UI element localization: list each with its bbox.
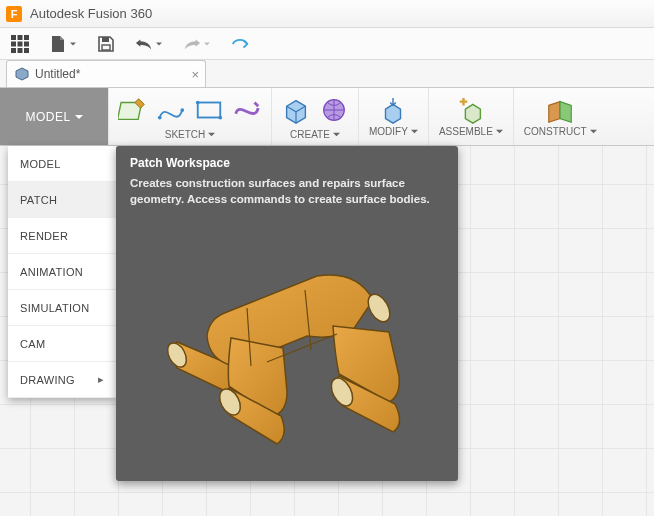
redo-icon[interactable] (182, 34, 202, 54)
caret-down-icon (75, 110, 83, 124)
app-logo-icon: F (6, 6, 22, 22)
document-tab-title: Untitled* (35, 67, 80, 81)
document-tab-strip: Untitled* × (0, 60, 654, 88)
box-icon[interactable] (280, 94, 312, 126)
file-menu-caret-icon[interactable] (70, 41, 78, 47)
ribbon-group-assemble[interactable]: ASSEMBLE (428, 88, 513, 145)
svg-rect-6 (11, 48, 16, 53)
workspace-item-cam[interactable]: CAM (8, 326, 116, 362)
tooltip-title: Patch Workspace (130, 156, 444, 170)
ribbon-toolbar: MODEL SKETCH (0, 88, 654, 146)
save-icon[interactable] (96, 34, 116, 54)
workspace-item-animation[interactable]: ANIMATION (8, 254, 116, 290)
svg-rect-9 (102, 37, 109, 42)
file-icon[interactable] (48, 34, 68, 54)
ribbon-group-sketch: SKETCH (108, 88, 271, 145)
ribbon-group-create: CREATE (271, 88, 358, 145)
title-bar: F Autodesk Fusion 360 (0, 0, 654, 28)
workspace-item-drawing[interactable]: DRAWING ▸ (8, 362, 116, 398)
rectangle-icon[interactable] (193, 94, 225, 126)
svg-rect-1 (18, 35, 23, 40)
workspace-label: MODEL (25, 110, 70, 124)
svg-rect-14 (198, 102, 221, 117)
extension-icon[interactable] (230, 34, 250, 54)
press-pull-icon (377, 95, 409, 127)
svg-rect-3 (11, 41, 16, 46)
ribbon-label-create[interactable]: CREATE (290, 128, 340, 142)
svg-rect-4 (18, 41, 23, 46)
workspace-tooltip: Patch Workspace Creates construction sur… (116, 146, 458, 481)
document-cube-icon (15, 67, 29, 81)
svg-rect-2 (24, 35, 29, 40)
sculpt-body-icon[interactable] (318, 94, 350, 126)
document-tab[interactable]: Untitled* × (6, 60, 206, 87)
undo-caret-icon[interactable] (156, 41, 164, 47)
svg-point-12 (158, 115, 162, 119)
spline-icon[interactable] (155, 94, 187, 126)
undo-icon[interactable] (134, 34, 154, 54)
svg-point-16 (218, 115, 222, 119)
workspace-item-render[interactable]: RENDER (8, 218, 116, 254)
workspace-item-simulation[interactable]: SIMULATION (8, 290, 116, 326)
redo-caret-icon[interactable] (204, 41, 212, 47)
svg-rect-8 (24, 48, 29, 53)
grid-icon[interactable] (10, 34, 30, 54)
workspace-item-model[interactable]: MODEL (8, 146, 116, 182)
ribbon-label-sketch[interactable]: SKETCH (165, 128, 216, 142)
ribbon-group-construct[interactable]: CONSTRUCT (513, 88, 607, 145)
svg-point-15 (196, 100, 200, 104)
svg-rect-10 (102, 45, 110, 50)
tooltip-body: Creates construction surfaces and repair… (130, 176, 444, 207)
svg-point-13 (180, 108, 184, 112)
close-tab-icon[interactable]: × (191, 67, 199, 82)
sculpt-icon[interactable] (231, 94, 263, 126)
workspace-item-patch[interactable]: PATCH (8, 182, 116, 218)
ribbon-group-modify[interactable]: MODIFY (358, 88, 428, 145)
svg-rect-0 (11, 35, 16, 40)
quick-access-toolbar (0, 28, 654, 60)
new-sketch-icon[interactable] (117, 94, 149, 126)
submenu-arrow-icon: ▸ (98, 373, 104, 386)
tooltip-preview-image (130, 217, 444, 467)
svg-rect-5 (24, 41, 29, 46)
workspace-menu: MODEL PATCH RENDER ANIMATION SIMULATION … (8, 146, 116, 398)
construct-plane-icon (544, 95, 576, 127)
workspace-switcher-button[interactable]: MODEL (0, 88, 108, 145)
svg-rect-7 (18, 48, 23, 53)
new-component-icon (455, 95, 487, 127)
app-title: Autodesk Fusion 360 (30, 6, 152, 21)
